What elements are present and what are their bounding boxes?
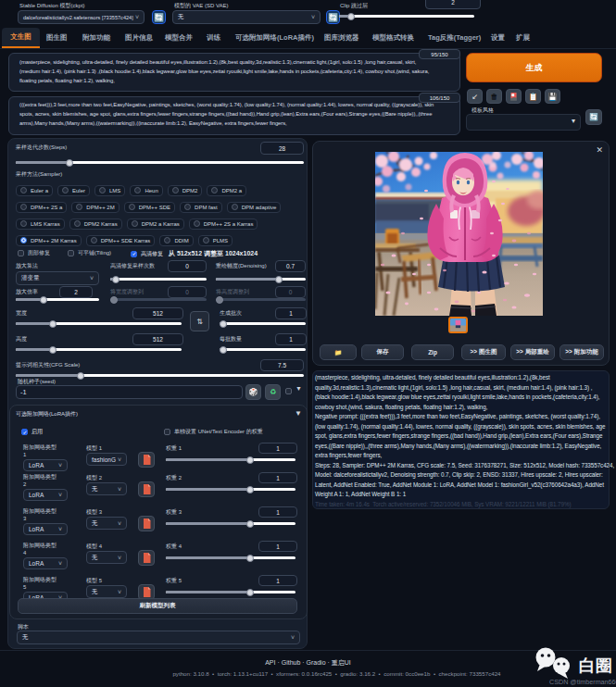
svg-text:CSDN @timberman666: CSDN @timberman666 bbox=[549, 678, 616, 686]
svg-text:白圈: 白圈 bbox=[579, 656, 612, 675]
